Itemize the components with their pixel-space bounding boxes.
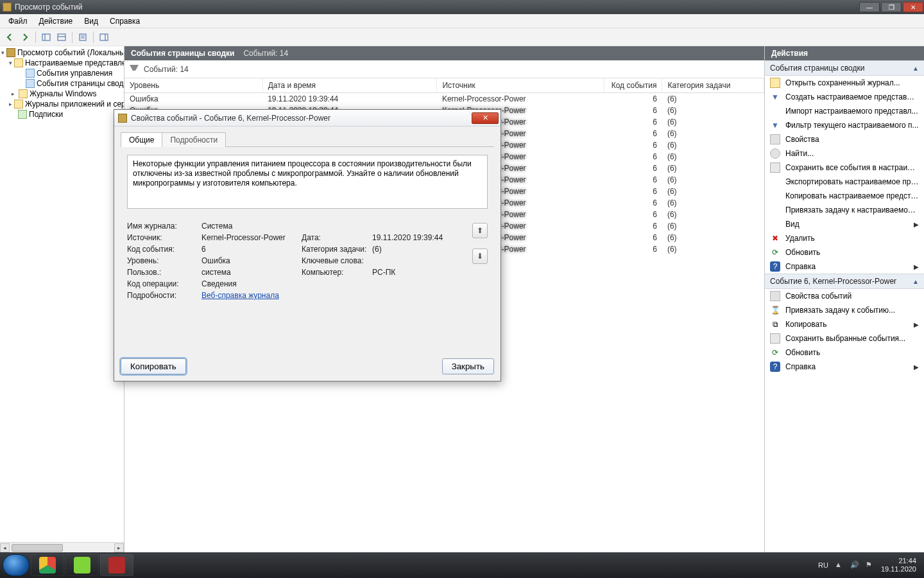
help-button[interactable] bbox=[97, 30, 111, 44]
action-view-submenu[interactable]: Вид▶ bbox=[765, 217, 924, 231]
start-button[interactable] bbox=[3, 554, 30, 576]
actions-section-summary[interactable]: События страницы сводки ▲ bbox=[765, 60, 924, 76]
collapse-icon[interactable]: ▲ bbox=[912, 278, 919, 285]
toolbox-icon bbox=[108, 557, 125, 574]
cell-category: (6) bbox=[662, 151, 764, 162]
dialog-close-button[interactable]: ✕ bbox=[472, 112, 499, 124]
action-copy-event[interactable]: ⧉Копировать▶ bbox=[765, 317, 924, 331]
menu-help[interactable]: Справка bbox=[104, 15, 146, 28]
tree-admin-events[interactable]: События управления bbox=[0, 68, 124, 78]
action-find[interactable]: Найти... bbox=[765, 146, 924, 161]
import-icon bbox=[770, 106, 780, 116]
menu-view[interactable]: Вид bbox=[78, 15, 104, 28]
action-help[interactable]: ?Справка▶ bbox=[765, 259, 924, 274]
tab-general[interactable]: Общие bbox=[121, 132, 162, 147]
tray-clock[interactable]: 21:44 19.11.2020 bbox=[881, 557, 916, 573]
back-button[interactable] bbox=[3, 30, 17, 44]
event-properties-dialog[interactable]: Свойства событий - Событие 6, Kernel-Pro… bbox=[114, 109, 501, 381]
table-row[interactable]: Ошибка19.11.2020 19:39:44Kernel-Processo… bbox=[124, 93, 764, 105]
action-save-all[interactable]: Сохранить все события в настраива... bbox=[765, 161, 924, 175]
tree-custom-views[interactable]: ▾ Настраиваемые представления bbox=[0, 58, 124, 68]
col-source[interactable]: Источник bbox=[437, 78, 604, 93]
show-hidden-icon[interactable]: ▲ bbox=[835, 561, 844, 570]
taskbar[interactable]: RU ▲ 🔊 ⚑ 21:44 19.11.2020 bbox=[0, 552, 924, 578]
dialog-title: Свойства событий - Событие 6, Kernel-Pro… bbox=[131, 114, 472, 123]
action-save-selected[interactable]: Сохранить выбранные события... bbox=[765, 331, 924, 346]
action-event-properties[interactable]: Свойства событий bbox=[765, 289, 924, 303]
svg-rect-2 bbox=[58, 34, 65, 40]
cell-date: 19.11.2020 19:39:44 bbox=[262, 93, 437, 105]
web-help-link[interactable]: Веб-справка журнала bbox=[201, 291, 279, 300]
action-refresh[interactable]: ⟳Обновить bbox=[765, 245, 924, 259]
scroll-right-icon[interactable]: ▸ bbox=[114, 543, 124, 552]
cell-source: Kernel-Processor-Power bbox=[437, 93, 604, 105]
system-tray[interactable]: RU ▲ 🔊 ⚑ 21:44 19.11.2020 bbox=[818, 557, 921, 573]
subscriptions-icon bbox=[18, 110, 27, 119]
minimize-button[interactable]: — bbox=[859, 2, 880, 12]
tray-language[interactable]: RU bbox=[818, 561, 828, 569]
tree-hscrollbar[interactable]: ◂ ▸ bbox=[0, 542, 124, 552]
maximize-button[interactable]: ❐ bbox=[881, 2, 902, 12]
action-open-log[interactable]: Открыть сохраненный журнал... bbox=[765, 76, 924, 90]
tree-subscriptions[interactable]: Подписки bbox=[0, 109, 124, 119]
tree-windows-logs[interactable]: ▸ Журналы Windows bbox=[0, 89, 124, 99]
col-category[interactable]: Категория задачи bbox=[662, 78, 764, 93]
cell-code: 6 bbox=[604, 93, 662, 105]
action-attach-task-event[interactable]: ⌛Привязать задачу к событию... bbox=[765, 303, 924, 317]
dialog-titlebar[interactable]: Свойства событий - Событие 6, Kernel-Pro… bbox=[114, 110, 501, 127]
tree-pane[interactable]: ▾ Просмотр событий (Локальный) ▾ Настраи… bbox=[0, 46, 124, 552]
tab-details[interactable]: Подробности bbox=[162, 132, 226, 147]
menu-action[interactable]: Действие bbox=[33, 15, 79, 28]
col-code[interactable]: Код события bbox=[604, 78, 662, 93]
col-date[interactable]: Дата и время bbox=[262, 78, 437, 93]
action-refresh-event[interactable]: ⟳Обновить bbox=[765, 346, 924, 360]
close-button[interactable]: Закрыть bbox=[442, 358, 494, 374]
scroll-thumb[interactable] bbox=[12, 544, 63, 552]
actions-section-event[interactable]: Событие 6, Kernel-Processor-Power ▲ bbox=[765, 274, 924, 289]
volume-icon[interactable]: 🔊 bbox=[850, 561, 859, 570]
toolbar-btn-2[interactable] bbox=[55, 30, 69, 44]
scroll-left-icon[interactable]: ◂ bbox=[0, 543, 10, 552]
taskbar-app-chrome[interactable] bbox=[31, 554, 64, 576]
chevron-right-icon: ▶ bbox=[914, 221, 919, 228]
event-description[interactable]: Некоторые функции управления питанием пр… bbox=[127, 155, 488, 209]
close-button[interactable]: ✕ bbox=[903, 2, 923, 12]
copy-icon: ⧉ bbox=[770, 319, 780, 329]
action-create-view[interactable]: ▼Создать настраиваемое представле... bbox=[765, 90, 924, 104]
prev-event-button[interactable]: ⬆ bbox=[472, 223, 488, 238]
value-level: Ошибка bbox=[201, 256, 302, 265]
action-center-icon[interactable]: ⚑ bbox=[866, 561, 875, 570]
collapse-icon[interactable]: ▲ bbox=[912, 65, 919, 72]
expand-icon[interactable]: ▸ bbox=[9, 100, 12, 108]
action-export-view[interactable]: Экспортировать настраиваемое пре... bbox=[765, 175, 924, 189]
cell-category: (6) bbox=[662, 232, 764, 243]
collapse-icon[interactable]: ▾ bbox=[9, 59, 12, 67]
taskbar-app-utorrent[interactable] bbox=[65, 554, 99, 576]
action-import-view[interactable]: Импорт настраиваемого представл... bbox=[765, 104, 924, 118]
cell-code: 6 bbox=[604, 128, 662, 139]
action-help-event[interactable]: ?Справка▶ bbox=[765, 360, 924, 374]
expand-icon[interactable]: ▸ bbox=[9, 90, 17, 98]
taskbar-app-active[interactable] bbox=[100, 554, 133, 576]
menu-file[interactable]: Файл bbox=[3, 15, 33, 28]
tree-app-logs[interactable]: ▸ Журналы приложений и сервисов bbox=[0, 99, 124, 109]
properties-button[interactable] bbox=[76, 30, 90, 44]
delete-icon: ✖ bbox=[770, 233, 780, 243]
collapse-icon[interactable]: ▾ bbox=[1, 49, 4, 57]
action-filter-view[interactable]: ▼Фильтр текущего настраиваемого п... bbox=[765, 118, 924, 132]
tree-root[interactable]: ▾ Просмотр событий (Локальный) bbox=[0, 48, 124, 58]
properties-icon bbox=[770, 291, 780, 301]
value-task-cat: (6) bbox=[372, 245, 382, 254]
forward-button[interactable] bbox=[18, 30, 32, 44]
cell-category: (6) bbox=[662, 162, 764, 174]
cell-category: (6) bbox=[662, 139, 764, 151]
action-delete[interactable]: ✖Удалить bbox=[765, 231, 924, 245]
col-level[interactable]: Уровень bbox=[124, 78, 262, 93]
tree-summary-events[interactable]: События страницы сводки bbox=[0, 78, 124, 89]
next-event-button[interactable]: ⬇ bbox=[472, 249, 488, 264]
show-tree-button[interactable] bbox=[39, 30, 53, 44]
action-copy-view[interactable]: Копировать настраиваемое предста... bbox=[765, 189, 924, 203]
action-properties[interactable]: Свойства bbox=[765, 132, 924, 146]
copy-button[interactable]: Копировать bbox=[121, 358, 186, 374]
action-attach-task-view[interactable]: Привязать задачу к настраиваемом... bbox=[765, 203, 924, 217]
